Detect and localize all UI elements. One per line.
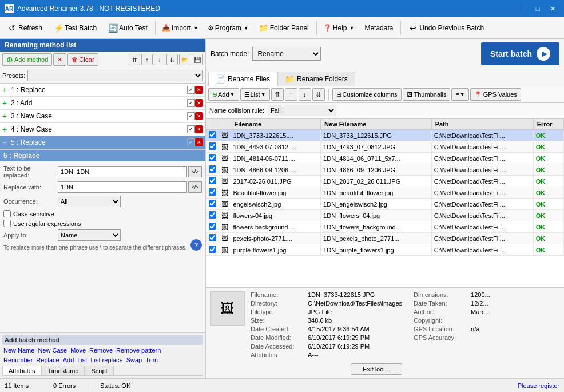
help-button-detail[interactable]: ?: [190, 239, 202, 251]
tab-rename-files[interactable]: 📄 Rename Files: [208, 72, 277, 86]
case-sensitive-check[interactable]: [3, 210, 11, 217]
col-new-filename[interactable]: New Filename: [321, 119, 432, 130]
program-button[interactable]: ⚙ Program ▼: [204, 20, 253, 36]
renumber-link[interactable]: Renumber: [2, 356, 34, 364]
thumbnails-button[interactable]: 🖼 Thumbnails: [403, 88, 451, 101]
move-up-button[interactable]: ↑: [141, 54, 153, 65]
table-row[interactable]: 🖼 1DN_3733-122615.... 1DN_3733_122615.JP…: [206, 130, 564, 141]
move-bottom-button[interactable]: ⇊: [166, 54, 178, 65]
remove-method-button[interactable]: ✕: [53, 53, 66, 66]
tab-rename-folders[interactable]: 📁 Rename Folders: [277, 72, 355, 86]
folder-panel-button[interactable]: 📁 Folder Panel: [254, 20, 314, 36]
text-replace-code-btn[interactable]: </>: [188, 166, 202, 177]
occurrence-select[interactable]: All First Last: [58, 196, 121, 207]
method-item-5[interactable]: − 5 : Replace ✓ ✕: [0, 136, 205, 149]
table-row[interactable]: 🖼 1DN_4493-07-0812.... 1DN_4493_07_0812.…: [206, 141, 564, 153]
replace-link[interactable]: Replace: [35, 356, 60, 364]
tab-script[interactable]: Script: [85, 366, 113, 375]
sort-down-button[interactable]: ↓: [299, 88, 311, 101]
table-row[interactable]: 🖼 flowers-04.jpg 1DN_flowers_04.jpg C:\N…: [206, 210, 564, 221]
minimize-button[interactable]: ─: [516, 3, 530, 14]
row-checkbox[interactable]: [209, 154, 216, 161]
swap-link[interactable]: Swap: [125, 356, 144, 364]
method-delete-5[interactable]: ✕: [195, 138, 203, 146]
list-replace-link[interactable]: List replace: [89, 356, 124, 364]
method-delete-4[interactable]: ✕: [195, 125, 203, 133]
new-name-link[interactable]: New Name: [2, 346, 35, 354]
method-check-2[interactable]: ✓: [187, 99, 195, 107]
row-checkbox[interactable]: [209, 200, 216, 207]
presets-select[interactable]: [27, 70, 203, 81]
row-checkbox[interactable]: [209, 246, 216, 253]
method-check-3[interactable]: ✓: [187, 112, 195, 120]
start-batch-button[interactable]: Start batch: [481, 42, 559, 65]
collision-select[interactable]: Fail Skip Overwrite Append: [268, 105, 336, 116]
list-button[interactable]: ☰ List ▼: [240, 88, 270, 101]
col-error[interactable]: Error: [533, 119, 563, 130]
replace-with-input[interactable]: [58, 181, 187, 193]
metadata-button[interactable]: Metadata: [359, 20, 398, 36]
row-checkbox[interactable]: [209, 165, 216, 173]
tab-timestamp[interactable]: Timestamp: [41, 366, 85, 375]
new-case-link[interactable]: New Case: [37, 346, 68, 354]
sort-up-button[interactable]: ↑: [285, 88, 297, 101]
batch-mode-select[interactable]: Rename Copy Move: [252, 47, 321, 61]
text-to-replace-input[interactable]: [58, 166, 187, 177]
move-down-button[interactable]: ↓: [154, 54, 165, 65]
undo-button[interactable]: ↩ Undo Previous Batch: [403, 20, 489, 36]
col-path[interactable]: Path: [431, 119, 533, 130]
row-checkbox[interactable]: [209, 223, 216, 230]
row-checkbox[interactable]: [209, 234, 216, 241]
table-row[interactable]: 🖼 purple-flowers1.jpg 1DN_purple_flowers…: [206, 244, 564, 256]
add-method-button[interactable]: ⊕ Add method: [2, 53, 52, 66]
method-check-5[interactable]: ✓: [187, 138, 195, 146]
method-item-3[interactable]: + 3 : New Case ✓ ✕: [0, 110, 205, 123]
row-checkbox[interactable]: [209, 211, 216, 219]
add-link[interactable]: Add: [62, 356, 76, 364]
table-row[interactable]: 🖼 2017-02-26 011.JPG 1DN_2017_02_26 011.…: [206, 176, 564, 187]
test-batch-button[interactable]: ⚡ Test Batch: [49, 20, 102, 36]
row-checkbox[interactable]: [209, 177, 216, 184]
move-link[interactable]: Move: [69, 346, 87, 354]
table-row[interactable]: 🖼 Beautiful-flower.jpg 1DN_beautiful_flo…: [206, 187, 564, 199]
method-delete-3[interactable]: ✕: [195, 112, 203, 120]
maximize-button[interactable]: □: [531, 3, 545, 14]
method-item-2[interactable]: + 2 : Add ✓ ✕: [0, 97, 205, 110]
apply-to-select[interactable]: Name Extension Name and Extension: [58, 229, 121, 241]
table-row[interactable]: 🖼 pexels-photo-2771.... 1DN_pexels_photo…: [206, 233, 564, 244]
add-files-button[interactable]: ⊕ Add ▼: [208, 88, 239, 101]
table-row[interactable]: 🖼 1DN_4866-09-1206.... 1DN_4866_09_1206.…: [206, 164, 564, 176]
method-delete-1[interactable]: ✕: [195, 86, 203, 94]
customize-columns-button[interactable]: ⊞ Customize columns: [332, 88, 402, 101]
gps-values-button[interactable]: 📍 GPS Values: [470, 88, 521, 101]
trim-link[interactable]: Trim: [144, 356, 159, 364]
sort-bottom-button[interactable]: ⇊: [312, 88, 325, 101]
replace-code-btn[interactable]: </>: [188, 181, 202, 193]
move-top-button[interactable]: ⇈: [129, 54, 140, 65]
close-button[interactable]: ✕: [546, 3, 559, 14]
remove-pattern-link[interactable]: Remove pattern: [115, 346, 162, 354]
save-button[interactable]: 💾: [192, 54, 203, 65]
clear-button[interactable]: 🗑 Clear: [67, 53, 98, 66]
tab-attributes[interactable]: Attributes: [2, 366, 41, 375]
refresh-button[interactable]: ↺ Refresh: [2, 20, 47, 36]
table-row[interactable]: 🖼 1DN_4814-06-0711.... 1DN_4814_06_0711_…: [206, 153, 564, 164]
table-row[interactable]: 🖼 engelswisch2.jpg 1DN_engelswisch2.jpg …: [206, 199, 564, 210]
auto-test-button[interactable]: 🔄 Auto Test: [103, 20, 153, 36]
sort-top-button[interactable]: ⇈: [271, 88, 284, 101]
row-checkbox[interactable]: [209, 142, 216, 150]
gps-menu-button[interactable]: ≡ ▼: [451, 88, 468, 101]
use-regex-check[interactable]: [3, 220, 11, 227]
register-link[interactable]: Please register: [518, 382, 559, 389]
method-check-1[interactable]: ✓: [187, 86, 195, 94]
col-filename[interactable]: Filename: [231, 119, 321, 130]
row-checkbox[interactable]: [209, 188, 216, 196]
table-row[interactable]: 🖼 flowers-background.... 1DN_flowers_bac…: [206, 221, 564, 233]
import-button[interactable]: 📥 Import ▼: [158, 20, 202, 36]
help-button[interactable]: ❓ Help ▼: [319, 20, 359, 36]
method-delete-2[interactable]: ✕: [195, 99, 203, 107]
method-item-1[interactable]: + 1 : Replace ✓ ✕: [0, 84, 205, 97]
list-link[interactable]: List: [76, 356, 88, 364]
remove-link[interactable]: Remove: [88, 346, 114, 354]
method-check-4[interactable]: ✓: [187, 125, 195, 133]
